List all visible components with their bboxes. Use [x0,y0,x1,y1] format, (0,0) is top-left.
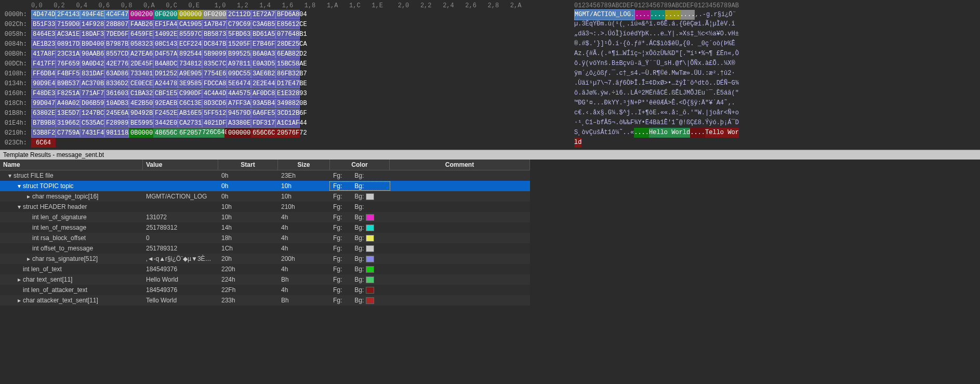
hex-cell[interactable]: 4C4A4DD5 [202,89,227,98]
ascii-row[interactable]: ·¹¸C1–bfÅ5¬.ò‰‰F¾Y•Ë4Bà1Ê'1˜@!ßÇ£8.Ýýó.þ… [574,118,980,128]
hex-cell[interactable]: 7159D06D [56,20,80,29]
hex-cell[interactable]: 831DAF8F [80,69,104,78]
hex-cell[interactable]: AE1B2324 [31,39,56,49]
hex-cell[interactable]: 6F20576F [178,128,202,138]
hex-cell[interactable]: 4D474D54 [31,10,56,19]
hex-cell[interactable]: 13E5D7A7 [56,109,80,118]
hex-cell[interactable]: 2E2E44C9 [251,79,275,88]
hex-cell[interactable]: 99D04727 [31,99,56,108]
expander-icon[interactable]: ▸ [25,193,32,200]
hex-cell[interactable]: 1A7B47EB [202,20,227,29]
hex-cell[interactable]: 6459FE4B [129,30,153,39]
hex-cell[interactable]: 09DC551A [227,69,251,78]
table-row[interactable]: int len_of_message25178931214h4hFg:Bg: [0,222,530,233]
hex-cell[interactable]: 2DE45F9F [129,59,153,69]
hex-cell[interactable]: 1247BC17 [80,109,104,118]
hex-cell[interactable]: A24478D8 [153,79,178,88]
hex-cell[interactable]: 2C112D67 [227,10,251,19]
hex-cell[interactable]: 3442E031 [153,118,178,128]
hex-cell[interactable]: 245E6A1F [104,109,129,118]
hex-cell[interactable]: 1E72A769 [251,10,275,19]
hex-cell[interactable]: E7B46FF2 [251,39,275,49]
hex-cell[interactable]: 4E2B502A [129,99,153,108]
hex-cell[interactable]: 0B000000 [129,128,153,138]
hex-cell[interactable]: B6A0A3C9 [251,49,275,59]
hex-cell[interactable]: CE0ECE3D [129,79,153,88]
table-row[interactable]: ▸char rsa_signature[512]‚◄-q▲r§i¿Ö¨◆µ▼3È… [0,254,530,264]
hex-cell[interactable]: A9E9054D [178,69,202,78]
hex-cell[interactable]: F2898946 [104,118,129,128]
hex-row[interactable]: 01B8h:63802E8B13E5D7A71247BC17245E6A1F9D… [0,108,569,118]
hex-cell[interactable]: 771AF7EC [80,89,104,98]
hex-cell[interactable]: A7FF3AC4 [227,99,251,108]
hex-cell[interactable]: DC847B30 [202,39,227,49]
expander-icon[interactable]: ▾ [16,182,23,190]
hex-cell[interactable]: 5E6474F4 [227,79,251,88]
hex-cell[interactable]: EF1FA436 [153,20,178,29]
expander-icon[interactable]: ▾ [6,172,14,179]
hex-cell[interactable]: 4C4F4700 [104,10,129,19]
hex-cell[interactable]: C1BA324D [129,89,153,98]
hex-cell[interactable]: 3498820B [275,99,300,108]
hex-cell[interactable]: 48656C6C [153,128,178,138]
hex-cell[interactable]: 92EAEB30 [153,99,178,108]
hex-cell[interactable]: 6C64 [31,138,56,148]
ascii-row[interactable]: ®.#$.'}]¹Ô.í·{ò.ƒ#*.ÁC$ìò$êÜ„{0. _0ç´oò(… [574,39,980,49]
table-row[interactable]: int rsa_block_offset018h4hFg:Bg: [0,233,530,243]
hex-row[interactable]: 023Ch:6C64 [0,138,569,148]
hex-cell[interactable]: A978111D [227,59,251,69]
hex-cell[interactable]: A40A020C [56,99,80,108]
hex-cell[interactable]: 63802E8B [31,109,56,118]
hex-cell[interactable]: C3A6B5CC [251,20,275,29]
hex-cell[interactable]: C79C690A [227,20,251,29]
hex-cell[interactable]: FDF317FE [251,118,275,128]
hex-cell[interactable]: 53B8F276 [31,128,56,138]
hex-cell[interactable]: F417FF28 [31,59,56,69]
hex-cell[interactable]: 86FB32B7 [275,69,300,78]
hex-cell[interactable]: 31966266 [56,118,80,128]
hex-cell[interactable]: A1C1AF44 [275,118,300,128]
table-row[interactable]: int len_of_attacker_text18454937622Fh4hF… [0,285,530,295]
hex-row[interactable]: 018Ch:99D04727A40A020CD06B595910ADB36A4E… [0,98,569,108]
col-size[interactable]: Size [278,160,330,170]
ascii-row[interactable]: c€.‹.åx§.G¼.$^j..I+¶òE.««.å:_õ.'"W.|joår… [574,108,980,118]
hex-cell[interactable]: 08C14324 [153,39,178,49]
hex-cell[interactable]: FF6DB4BF [31,69,56,78]
hex-cell[interactable]: AF0DC835 [251,89,275,98]
hex-cell[interactable]: 726C640B [202,128,227,138]
hex-cell[interactable]: A3380EDD [227,118,251,128]
hex-cell[interactable]: 9D492BB6 [129,109,153,118]
hex-cell[interactable]: F2452EAB [153,109,178,118]
hex-cell[interactable]: 494F4E5F [80,10,104,19]
hex-cell[interactable]: B51F33C8 [31,20,56,29]
hex-cell[interactable]: 90AAB669 [80,49,104,59]
hex-cell[interactable]: C6C13ECA [178,99,202,108]
hex-cell[interactable]: 835C7CD5 [202,59,227,69]
hex-cell[interactable]: 00020000 [129,10,153,19]
hex-cell[interactable]: D17E47BE [275,79,300,88]
hex-cell[interactable]: 2F414354 [56,10,80,19]
hex-cell[interactable]: AB16E53A [178,109,202,118]
hex-cell[interactable]: BD61A54F [251,30,275,39]
hex-cell[interactable]: B7B9B843 [31,118,56,128]
hex-row[interactable]: 00DCh:F417FF2876F6596E9A0D42B142E776FC2D… [0,59,569,69]
hex-cell[interactable]: 5B9099ED [202,49,227,59]
hex-cell[interactable]: 077648B1 [275,30,300,39]
ascii-row[interactable]: Az.{#Ã.(.ª¶i…WÍïç~¦xÔõzÙ‰%D"[.™í¹•%¬¶ £Ë… [574,49,980,59]
hex-row[interactable]: 0108h:FF6DB4BFF4BFF5DF831DAF8F63AD865F73… [0,69,569,78]
ascii-row[interactable]: .Ùäï¹µ7\¬7.ãƒ6ÒÞÎ.Î=¢DxØ>•…žýÌ¨õ^dtô..DÉ… [574,78,980,88]
hex-cell[interactable]: 73481240 [178,59,202,69]
expander-icon[interactable]: ▸ [16,276,23,283]
col-comment[interactable]: Comment [390,160,530,170]
hex-cell[interactable]: 8464E333 [31,30,56,39]
hex-cell[interactable]: CA273198 [178,118,202,128]
hex-row[interactable]: 0210h:53B8F276C7759AC57431F4BC981118AB0B… [0,128,569,138]
hex-cell[interactable]: AC370BE3 [80,79,104,88]
hex-cell[interactable]: ECF224EA [178,39,202,49]
hex-cell[interactable]: 85597C04 [178,30,202,39]
table-row[interactable]: ▸char attacker_text_sent[11]Tello World2… [0,295,530,306]
expander-icon[interactable]: ▾ [16,203,23,210]
hex-cell[interactable]: 4A457560 [227,89,251,98]
table-row[interactable]: ▾struct TOPIC topic0h10hFg:Bg: [0,181,530,191]
ascii-row[interactable]: MGMT/ACTION_LOG.................,.-g.r§i… [574,9,980,19]
